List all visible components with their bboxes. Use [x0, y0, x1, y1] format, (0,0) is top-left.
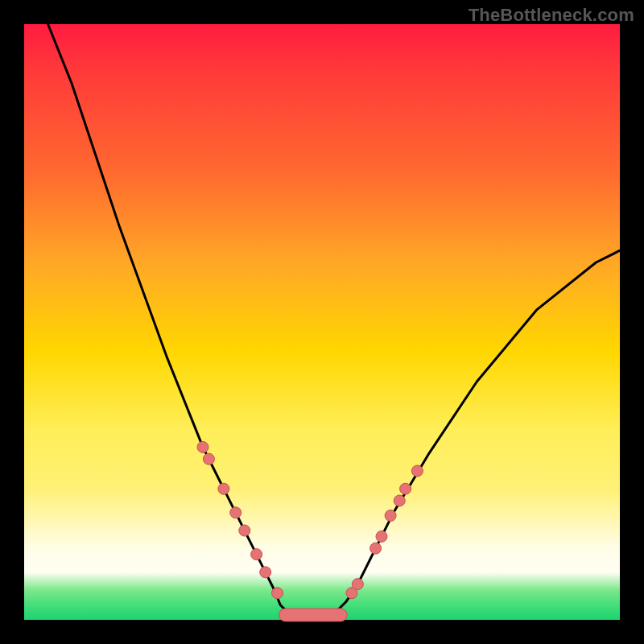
- data-marker: [260, 567, 271, 578]
- watermark-text: TheBottleneck.com: [469, 5, 634, 26]
- data-marker: [218, 483, 229, 494]
- data-marker: [385, 510, 396, 522]
- data-marker: [203, 453, 214, 464]
- data-marker: [272, 588, 283, 599]
- data-marker: [370, 543, 382, 554]
- curve-svg: [24, 24, 620, 620]
- data-marker: [230, 507, 242, 518]
- bottom-marker-capsule: [279, 609, 348, 621]
- bottleneck-curve: [48, 24, 620, 620]
- plot-area: [24, 24, 620, 620]
- data-marker: [251, 549, 262, 560]
- curve-markers: [197, 441, 423, 621]
- data-marker: [352, 579, 363, 590]
- data-marker: [411, 465, 423, 477]
- data-marker: [394, 495, 405, 506]
- data-marker: [400, 483, 411, 494]
- data-marker: [239, 525, 250, 536]
- chart-frame: TheBottleneck.com: [0, 0, 644, 644]
- data-marker: [197, 441, 208, 452]
- data-marker: [376, 530, 387, 542]
